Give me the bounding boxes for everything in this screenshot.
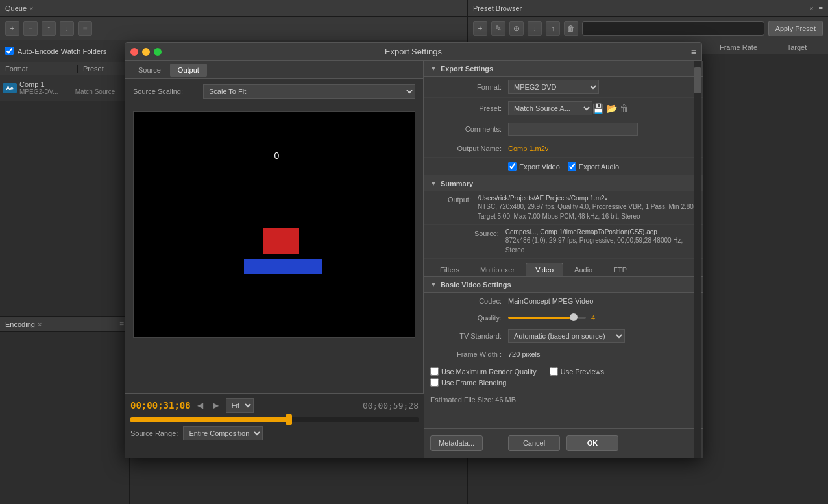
dialog-title: Export Settings [385,47,442,56]
tab-multiplexer[interactable]: Multiplexer [470,263,524,276]
import-preset-btn[interactable]: ↓ [528,21,542,36]
prev-frame-btn[interactable]: ◀ [195,400,206,411]
encoding-panel: Encoding × ≡ [0,316,130,504]
encoding-settings-icon[interactable]: ≡ [119,320,124,329]
minimize-window-btn[interactable] [142,48,150,56]
summary-source-path: Composi..., Comp 1/timeRemapToPosition(C… [505,228,696,235]
file-size-value: 46 MB [495,396,516,403]
auto-encode-checkbox[interactable] [5,47,14,55]
tab-output[interactable]: Output [170,64,207,77]
move-down-btn[interactable]: ↓ [60,21,74,36]
basic-video-settings-header: ▼ Basic Video Settings [424,277,703,293]
source-range-row: Source Range: Entire Composition [125,422,424,444]
tab-video[interactable]: Video [526,263,563,276]
source-scaling-select[interactable]: Scale To Fit [203,84,415,99]
video-section-toggle[interactable]: ▼ [430,281,437,288]
apply-preset-btn[interactable]: Apply Preset [768,21,823,36]
preview-red-rect [263,228,299,254]
save-preset-btn[interactable]: 💾 [592,103,603,114]
tv-standard-select[interactable]: Automatic (based on source) [508,329,625,343]
max-render-quality-checkbox[interactable] [430,367,439,376]
target-column-header: Target [771,43,823,51]
frame-blending-checkbox[interactable] [430,378,439,387]
export-video-checkbox[interactable] [508,162,517,171]
export-bottom-tabs: Filters Multiplexer Video Audio FTP [424,259,703,277]
tab-ftp[interactable]: FTP [603,263,637,276]
output-name-link[interactable]: Comp 1.m2v [508,145,548,152]
codec-value: MainConcept MPEG Video [508,297,696,305]
quality-thumb [570,313,578,321]
source-range-select[interactable]: Entire Composition [183,426,263,440]
encoding-close[interactable]: × [38,320,42,328]
summary-toggle-icon[interactable]: ▼ [430,180,437,187]
preset-browser-settings-icon[interactable]: ≡ [819,5,823,12]
move-up-btn[interactable]: ↑ [42,21,56,36]
quality-slider[interactable] [508,317,586,319]
timeline-bar[interactable] [130,417,419,422]
timeline-controls: 00;00;31;08 ◀ ▶ Fit 00;00;59;28 [125,394,424,417]
summary-source-details: 872x486 (1.0), 29.97 fps, Progressive, 0… [505,235,696,255]
settings-btn[interactable]: ≡ [78,21,92,36]
format-select[interactable]: MPEG2-DVD [508,80,599,94]
tab-audio[interactable]: Audio [565,263,602,276]
comments-label: Comments: [430,125,508,133]
export-settings-section-title: Export Settings [441,65,493,73]
quality-value: 4 [591,314,595,322]
tab-source[interactable]: Source [130,64,169,77]
item-match: Match Source [75,88,116,95]
summary-section-header: ▼ Summary [424,176,703,191]
tv-standard-label: TV Standard: [430,332,508,340]
frame-width-row: Frame Width : 720 pixels [424,346,703,363]
export-audio-checkbox[interactable] [568,162,576,171]
preset-search-input[interactable] [582,21,764,36]
next-frame-btn[interactable]: ▶ [210,400,222,411]
add-item-btn[interactable]: + [5,21,19,36]
format-label: Format: [430,83,508,91]
frame-blending-label: Use Frame Blending [430,378,506,387]
delete-preset-btn[interactable]: 🗑 [564,21,578,36]
export-preset-btn[interactable]: ↑ [546,21,560,36]
preview-blue-rect [244,259,322,274]
use-previews-label: Use Previews [550,367,604,376]
use-previews-checkbox[interactable] [550,367,558,376]
remove-item-btn[interactable]: − [23,21,38,36]
close-window-btn[interactable] [130,48,138,56]
quality-label: Quality: [430,314,508,322]
dialog-titlebar: Export Settings ≡ [125,43,701,61]
frame-rate-column-header: Frame Rate [706,43,771,51]
dialog-right-panel: ▼ Export Settings Format: MPEG2-DVD Pres… [424,61,703,458]
file-size-row: Estimated File Size: 46 MB [424,393,703,406]
preset-browser-titlebar: Preset Browser × ≡ [468,0,828,17]
preset-browser-close[interactable]: × [809,5,813,12]
timeline-area: 00;00;31;08 ◀ ▶ Fit 00;00;59;28 Source R… [125,393,424,458]
section-toggle-icon[interactable]: ▼ [430,65,437,72]
output-name-row: Output Name: Comp 1.m2v [424,139,703,158]
timecode-start[interactable]: 00;00;31;08 [130,400,191,411]
comments-input[interactable] [508,123,638,136]
edit-preset-btn[interactable]: ✎ [491,21,505,36]
format-row: Format: MPEG2-DVD [424,77,703,98]
bottom-checkboxes: Use Maximum Render Quality Use Previews … [424,363,703,393]
new-preset-btn[interactable]: + [473,21,487,36]
dialog-scrollbar[interactable] [694,61,701,458]
video-settings-title: Basic Video Settings [441,281,511,289]
summary-output-details: NTSC, 720x480, 29.97 fps, Quality 4.0, P… [478,202,696,221]
summary-output-path: /Users/rick/Projects/AE Projects/Comp 1.… [478,195,696,202]
ok-btn[interactable]: OK [566,435,618,451]
dialog-collapse-icon[interactable]: ≡ [691,47,696,57]
cancel-btn[interactable]: Cancel [508,435,560,451]
preset-select[interactable]: Match Source A... [508,101,592,115]
maximize-window-btn[interactable] [154,48,162,56]
tv-standard-row: TV Standard: Automatic (based on source) [424,326,703,346]
queue-close-btn[interactable]: × [29,5,33,12]
timeline-marker[interactable] [286,414,292,425]
fit-dropdown[interactable]: Fit [226,398,254,413]
load-preset-btn[interactable]: 📂 [606,103,617,114]
delete-preset-btn[interactable]: 🗑 [620,103,629,114]
tab-filters[interactable]: Filters [430,263,469,276]
scrollbar-thumb[interactable] [694,67,701,93]
format-column-header: Format [0,65,78,73]
metadata-btn[interactable]: Metadata... [430,435,483,451]
duplicate-preset-btn[interactable]: ⊕ [509,21,524,36]
encoding-content [0,332,129,342]
